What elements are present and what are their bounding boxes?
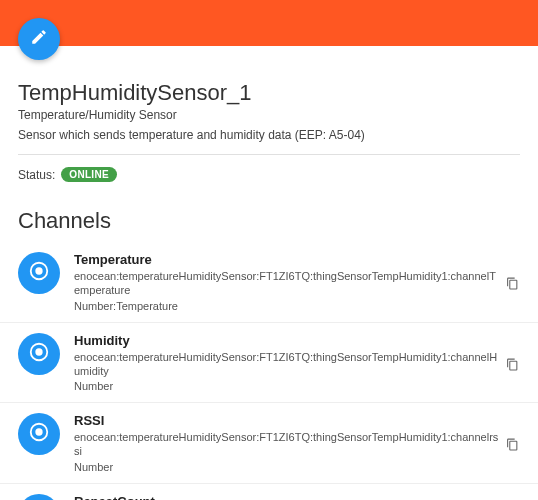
copy-icon bbox=[506, 437, 519, 451]
thing-description: Sensor which sends temperature and humid… bbox=[18, 128, 520, 142]
channel-item-type: Number bbox=[74, 380, 520, 392]
copy-icon bbox=[506, 357, 519, 371]
thing-subtitle: Temperature/Humidity Sensor bbox=[18, 108, 520, 122]
channel-item-type: Number bbox=[74, 461, 520, 473]
channel-link-button[interactable] bbox=[18, 333, 60, 375]
channel-link-button[interactable] bbox=[18, 494, 60, 500]
channel-row[interactable]: Humidityenocean:temperatureHumiditySenso… bbox=[0, 322, 538, 403]
edit-button[interactable] bbox=[18, 18, 60, 60]
radio-button-icon bbox=[28, 260, 50, 286]
copy-uid-button[interactable] bbox=[506, 437, 520, 451]
channel-item-type: Number:Temperature bbox=[74, 300, 520, 312]
status-label: Status: bbox=[18, 168, 55, 182]
channel-body: Temperatureenocean:temperatureHumiditySe… bbox=[74, 252, 520, 312]
channel-name: RepeatCount bbox=[74, 494, 520, 500]
channel-name: Humidity bbox=[74, 333, 520, 348]
radio-button-icon bbox=[28, 341, 50, 367]
status-row: Status: ONLINE bbox=[18, 167, 520, 182]
channel-body: Humidityenocean:temperatureHumiditySenso… bbox=[74, 333, 520, 393]
thing-header: TempHumiditySensor_1 Temperature/Humidit… bbox=[0, 46, 538, 200]
channel-uid: enocean:temperatureHumiditySensor:FT1ZI6… bbox=[74, 269, 500, 298]
channels-list: Temperatureenocean:temperatureHumiditySe… bbox=[0, 242, 538, 500]
channel-link-button[interactable] bbox=[18, 413, 60, 455]
channel-row[interactable]: RSSIenocean:temperatureHumiditySensor:FT… bbox=[0, 402, 538, 483]
channel-body: RSSIenocean:temperatureHumiditySensor:FT… bbox=[74, 413, 520, 473]
copy-uid-button[interactable] bbox=[506, 357, 520, 371]
copy-uid-button[interactable] bbox=[506, 276, 520, 290]
channel-link-button[interactable] bbox=[18, 252, 60, 294]
channel-uid: enocean:temperatureHumiditySensor:FT1ZI6… bbox=[74, 350, 500, 379]
channel-body: RepeatCountenocean:temperatureHumiditySe… bbox=[74, 494, 520, 500]
copy-icon bbox=[506, 276, 519, 290]
thing-title: TempHumiditySensor_1 bbox=[18, 80, 520, 106]
channel-row[interactable]: RepeatCountenocean:temperatureHumiditySe… bbox=[0, 483, 538, 500]
channels-heading: Channels bbox=[0, 208, 538, 234]
app-toolbar bbox=[0, 0, 538, 46]
svg-point-1 bbox=[35, 267, 42, 274]
divider bbox=[18, 154, 520, 155]
channel-name: Temperature bbox=[74, 252, 520, 267]
radio-button-icon bbox=[28, 421, 50, 447]
status-badge: ONLINE bbox=[61, 167, 117, 182]
svg-point-3 bbox=[35, 348, 42, 355]
channel-row[interactable]: Temperatureenocean:temperatureHumiditySe… bbox=[0, 242, 538, 322]
channel-uid: enocean:temperatureHumiditySensor:FT1ZI6… bbox=[74, 430, 500, 459]
channel-name: RSSI bbox=[74, 413, 520, 428]
svg-point-5 bbox=[35, 429, 42, 436]
pencil-icon bbox=[30, 28, 48, 50]
